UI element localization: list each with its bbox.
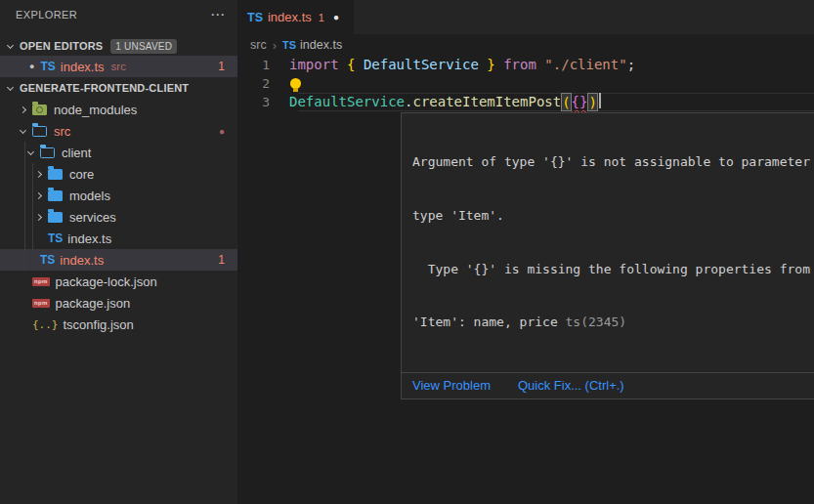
- open-editor-description: src: [111, 61, 126, 72]
- token-error-argument: {}: [572, 93, 588, 111]
- hover-actions-bar: View Problem Quick Fix... (Ctrl+.): [402, 372, 814, 399]
- token-space: [536, 56, 544, 74]
- error-message-line: type 'Item'.: [412, 207, 814, 225]
- folder-icon: [48, 169, 63, 180]
- token-brace: {: [347, 56, 355, 74]
- token-punctuation: ;: [627, 56, 635, 74]
- token-class: DefaultService: [289, 93, 405, 111]
- tree-item-package-json[interactable]: npm package.json: [0, 292, 237, 314]
- error-message-line: Type '{}' is missing the following prope…: [412, 261, 814, 278]
- line-number: 3: [237, 93, 289, 111]
- token-punctuation: .: [405, 93, 412, 111]
- code-line-3[interactable]: 3 DefaultService.createItemItemPost({}): [237, 93, 814, 111]
- vscode-window: { "colors": { "editor_bg": "#1e1e1e", "s…: [0, 0, 814, 504]
- error-message-line: Argument of type '{}' is not assignable …: [412, 153, 814, 171]
- breadcrumb-item-src[interactable]: src: [250, 38, 267, 52]
- tree-item-client[interactable]: client: [0, 142, 237, 163]
- chevron-down-icon: [7, 83, 14, 90]
- token-identifier: DefaultService: [355, 56, 487, 74]
- open-editors-header[interactable]: OPEN EDITORS 1 UNSAVED: [0, 35, 237, 57]
- error-dot-badge: ●: [219, 126, 225, 137]
- quick-fix-link[interactable]: Quick Fix... (Ctrl+.): [518, 378, 624, 393]
- tab-label: index.ts: [268, 10, 312, 24]
- ts-file-icon: TS: [40, 60, 55, 73]
- modified-dot-icon[interactable]: ●: [29, 62, 34, 71]
- folder-icon: [48, 190, 63, 201]
- tree-item-label: package-lock.json: [56, 274, 157, 289]
- error-count-badge: 1: [218, 60, 225, 73]
- error-message: Argument of type '{}' is not assignable …: [402, 113, 814, 372]
- token-keyword: from: [503, 56, 536, 74]
- chevron-right-icon: [35, 191, 42, 198]
- chevron-right-icon: [35, 170, 42, 177]
- code-line-1[interactable]: 1 import { DefaultService } from "./clie…: [237, 56, 814, 74]
- folder-open-icon: [40, 147, 55, 158]
- ts-file-icon: TS: [40, 253, 55, 267]
- breadcrumb-separator-icon: ›: [273, 38, 277, 53]
- more-actions-icon[interactable]: ⋯: [210, 6, 226, 23]
- error-message-line: 'Item': name, price ts(2345): [412, 314, 814, 331]
- json-icon: {..}: [32, 318, 59, 331]
- token-paren-matched: ): [587, 93, 597, 111]
- view-problem-link[interactable]: View Problem: [412, 378, 491, 393]
- open-editor-item-index-ts[interactable]: ● TS index.ts src 1: [0, 56, 237, 77]
- tree-item-src-index-ts[interactable]: TS index.ts 1: [0, 249, 237, 271]
- text-cursor: [599, 93, 601, 108]
- npm-icon: npm: [32, 299, 50, 308]
- project-root-header[interactable]: GENERATE-FRONTEND-CLIENT: [0, 77, 237, 99]
- error-message-text: 'Item': name, price: [412, 315, 566, 329]
- sidebar-title: EXPLORER: [16, 9, 77, 21]
- tab-bar: TS index.ts 1 ●: [237, 0, 814, 34]
- indent-guide: [32, 163, 33, 249]
- token-brace: }: [487, 56, 494, 74]
- tree-item-label: core: [69, 167, 94, 182]
- chevron-down-icon: [27, 147, 34, 154]
- code-editor[interactable]: 1 import { DefaultService } from "./clie…: [237, 56, 814, 111]
- folder-open-icon: [32, 126, 47, 137]
- tree-item-tsconfig-json[interactable]: {..} tsconfig.json: [0, 314, 237, 335]
- tree-item-label: package.json: [56, 296, 131, 311]
- chevron-right-icon: [35, 213, 42, 220]
- token-function: createItemItemPost: [412, 93, 561, 111]
- tree-item-label: client: [62, 146, 91, 160]
- ts-file-icon: TS: [282, 39, 296, 51]
- tree-item-services[interactable]: services: [0, 206, 237, 228]
- error-hover-tooltip: Argument of type '{}' is not assignable …: [401, 112, 814, 399]
- lightbulb-icon[interactable]: [290, 78, 301, 89]
- tab-index-ts[interactable]: TS index.ts 1 ●: [237, 0, 354, 34]
- file-tree: node_modules src ● client core models se…: [0, 99, 237, 335]
- token-paren-matched: (: [561, 93, 571, 111]
- node-modules-folder-icon: [32, 105, 47, 115]
- tree-item-label: index.ts: [60, 253, 104, 268]
- tab-error-count: 1: [319, 12, 324, 23]
- tree-item-package-lock-json[interactable]: npm package-lock.json: [0, 271, 237, 292]
- tree-item-core[interactable]: core: [0, 163, 237, 185]
- unsaved-badge: 1 UNSAVED: [110, 39, 177, 54]
- tree-item-node-modules[interactable]: node_modules: [0, 99, 237, 120]
- chevron-right-icon: [20, 105, 26, 112]
- indent-guide: [24, 142, 25, 271]
- line-number: 1: [237, 56, 289, 74]
- breadcrumb-item-file[interactable]: index.ts: [300, 38, 342, 52]
- token-string: "./client": [544, 56, 626, 74]
- open-editors-label: OPEN EDITORS: [20, 40, 103, 52]
- tree-item-label: tsconfig.json: [64, 317, 134, 332]
- tree-item-label: node_modules: [54, 103, 137, 117]
- tree-item-client-index-ts[interactable]: TS index.ts: [0, 228, 237, 249]
- tree-item-label: models: [69, 189, 110, 203]
- tree-item-models[interactable]: models: [0, 185, 237, 206]
- explorer-sidebar: EXPLORER ⋯ OPEN EDITORS 1 UNSAVED ● TS i…: [0, 0, 237, 504]
- project-root-label: GENERATE-FRONTEND-CLIENT: [20, 82, 189, 94]
- error-count-badge: 1: [218, 253, 225, 267]
- code-line-2[interactable]: 2: [237, 74, 814, 93]
- npm-icon: npm: [32, 277, 50, 286]
- tab-modified-dot-icon[interactable]: ●: [333, 12, 339, 22]
- token-space: [495, 56, 503, 74]
- tree-item-label: src: [54, 124, 70, 139]
- ts-file-icon: TS: [247, 11, 263, 24]
- line-number: 2: [237, 74, 289, 93]
- ts-file-icon: TS: [48, 231, 63, 245]
- tree-item-src[interactable]: src ●: [0, 120, 237, 142]
- chevron-down-icon: [20, 126, 26, 133]
- tree-item-label: services: [69, 210, 116, 225]
